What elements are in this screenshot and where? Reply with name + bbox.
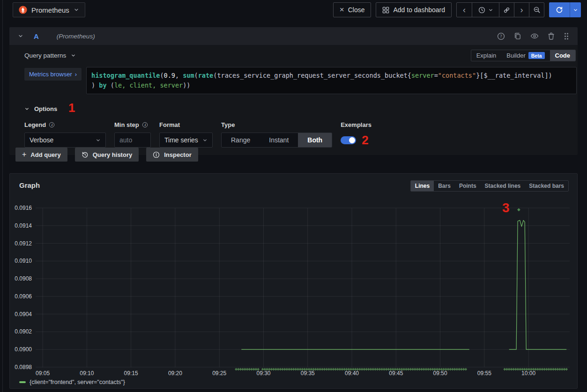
type-label: Type bbox=[221, 121, 235, 128]
time-picker-button[interactable] bbox=[472, 3, 499, 17]
legend-select[interactable]: Verbose bbox=[24, 133, 106, 148]
chevron-down-icon bbox=[488, 7, 493, 13]
series-legend-label: {client="frontend", server="contacts"} bbox=[30, 379, 125, 385]
refresh-button[interactable] bbox=[549, 2, 570, 17]
format-label: Format bbox=[159, 121, 180, 128]
duplicate-query-icon[interactable] bbox=[514, 32, 521, 40]
time-range-controls: ‹ bbox=[456, 2, 544, 17]
topbar-actions: × Close Add to dashboard ‹ bbox=[333, 2, 581, 17]
exemplars-field: Exemplars 2 bbox=[341, 121, 372, 148]
type-radio-group: Range Instant Both bbox=[221, 133, 332, 148]
query-row-header[interactable]: A (Prometheus) ? bbox=[9, 27, 578, 45]
mode-builder[interactable]: Builder Beta bbox=[501, 50, 550, 61]
svg-text:0.0912: 0.0912 bbox=[15, 240, 32, 247]
history-icon bbox=[82, 151, 89, 158]
close-label: Close bbox=[348, 6, 365, 14]
datasource-picker[interactable]: Prometheus bbox=[13, 2, 85, 17]
svg-text:09:35: 09:35 bbox=[301, 370, 315, 377]
svg-text:0.0900: 0.0900 bbox=[15, 346, 32, 353]
promql-code-editor[interactable]: histogram_quantile(0.9, sum(rate(traces_… bbox=[86, 67, 577, 94]
style-points[interactable]: Points bbox=[455, 181, 481, 191]
svg-text:09:45: 09:45 bbox=[389, 370, 403, 377]
time-shift-forward-button[interactable]: › bbox=[514, 3, 529, 17]
svg-text:?: ? bbox=[500, 34, 502, 38]
refresh-split-button bbox=[549, 2, 581, 17]
info-icon bbox=[153, 151, 160, 158]
toggle-visibility-icon[interactable] bbox=[530, 32, 539, 40]
svg-text:09:25: 09:25 bbox=[212, 370, 226, 377]
query-header-actions: ? bbox=[497, 32, 569, 40]
chevron-down-icon bbox=[74, 7, 79, 13]
svg-text:0.0916: 0.0916 bbox=[15, 205, 32, 211]
svg-text:09:15: 09:15 bbox=[124, 370, 138, 377]
delete-query-icon[interactable] bbox=[548, 32, 555, 40]
add-query-button[interactable]: + Add query bbox=[15, 148, 67, 162]
chevron-left-icon: ‹ bbox=[463, 6, 466, 14]
svg-text:0.0906: 0.0906 bbox=[15, 293, 32, 300]
query-patterns-label: Query patterns bbox=[24, 52, 66, 59]
svg-text:0.0908: 0.0908 bbox=[15, 275, 32, 282]
series-legend-item[interactable]: {client="frontend", server="contacts"} bbox=[19, 379, 125, 385]
query-history-button[interactable]: Query history bbox=[75, 148, 139, 162]
copy-time-link-button[interactable] bbox=[499, 3, 514, 17]
svg-text:0.0914: 0.0914 bbox=[15, 222, 32, 229]
exemplars-toggle[interactable] bbox=[341, 136, 356, 144]
chevron-down-icon bbox=[573, 7, 578, 13]
series-line bbox=[241, 220, 566, 349]
pane-splitter[interactable] bbox=[2, 0, 3, 392]
svg-text:0.0904: 0.0904 bbox=[15, 311, 32, 318]
time-shift-back-button[interactable]: ‹ bbox=[457, 3, 472, 17]
type-option-range[interactable]: Range bbox=[222, 133, 260, 147]
svg-text:i: i bbox=[51, 123, 53, 127]
mode-code[interactable]: Code bbox=[550, 50, 576, 61]
svg-text:09:10: 09:10 bbox=[80, 370, 94, 377]
drag-handle-icon[interactable] bbox=[564, 32, 569, 40]
collapse-chevron-icon[interactable] bbox=[18, 33, 23, 39]
apps-icon bbox=[382, 7, 389, 14]
chevron-right-icon: › bbox=[520, 6, 523, 14]
style-stacked-bars[interactable]: Stacked bars bbox=[525, 181, 568, 191]
svg-text:0.0910: 0.0910 bbox=[15, 258, 32, 264]
type-option-instant[interactable]: Instant bbox=[260, 133, 298, 147]
svg-text:i: i bbox=[144, 123, 146, 127]
help-icon[interactable]: ? bbox=[497, 32, 505, 40]
options-section-toggle[interactable]: Options 1 bbox=[24, 103, 577, 115]
close-button[interactable]: × Close bbox=[333, 2, 372, 17]
svg-text:10:00: 10:00 bbox=[521, 370, 535, 377]
options-label: Options bbox=[34, 105, 57, 112]
type-option-both[interactable]: Both bbox=[298, 133, 332, 147]
legend-select-value: Verbose bbox=[30, 136, 53, 144]
toggle-knob bbox=[349, 137, 355, 143]
zoom-out-icon bbox=[533, 6, 541, 14]
query-patterns-dropdown[interactable]: Query patterns bbox=[24, 52, 76, 59]
mode-explain[interactable]: Explain bbox=[471, 50, 502, 61]
info-icon[interactable]: i bbox=[142, 122, 148, 128]
promql-line2: ) by (le, client, server)) bbox=[91, 81, 572, 90]
info-icon[interactable]: i bbox=[49, 122, 55, 128]
query-ref-id[interactable]: A bbox=[34, 32, 39, 40]
promql-line1: histogram_quantile(0.9, sum(rate(traces_… bbox=[91, 71, 572, 81]
metrics-browser-button[interactable]: Metrics browser › bbox=[24, 68, 82, 81]
svg-text:0.0898: 0.0898 bbox=[15, 364, 32, 370]
svg-text:09:40: 09:40 bbox=[345, 370, 359, 377]
annotation-2: 2 bbox=[362, 134, 368, 146]
format-field: Format Time series bbox=[159, 121, 213, 148]
min-step-input[interactable] bbox=[114, 133, 151, 148]
graph-panel: Graph Lines Bars Points Stacked lines St… bbox=[9, 173, 578, 389]
format-select[interactable]: Time series bbox=[159, 133, 213, 148]
query-editor-body: Query patterns Explain Builder Beta Code bbox=[9, 45, 578, 155]
datasource-label: Prometheus bbox=[31, 6, 69, 14]
inspector-button[interactable]: Inspector bbox=[146, 148, 198, 162]
svg-text:0.0902: 0.0902 bbox=[15, 328, 32, 335]
time-series-chart[interactable]: 0.08980.09000.09020.09040.09060.09080.09… bbox=[10, 200, 578, 380]
metrics-browser-label: Metrics browser bbox=[29, 71, 72, 78]
style-stacked-lines[interactable]: Stacked lines bbox=[481, 181, 525, 191]
refresh-interval-dropdown[interactable] bbox=[570, 2, 581, 17]
style-lines[interactable]: Lines bbox=[411, 181, 434, 191]
add-to-dashboard-button[interactable]: Add to dashboard bbox=[376, 2, 452, 17]
plus-icon: + bbox=[22, 150, 26, 159]
chevron-right-icon: › bbox=[75, 71, 77, 78]
chevron-down-icon bbox=[24, 106, 30, 111]
style-bars[interactable]: Bars bbox=[434, 181, 455, 191]
zoom-out-button[interactable] bbox=[529, 3, 544, 17]
